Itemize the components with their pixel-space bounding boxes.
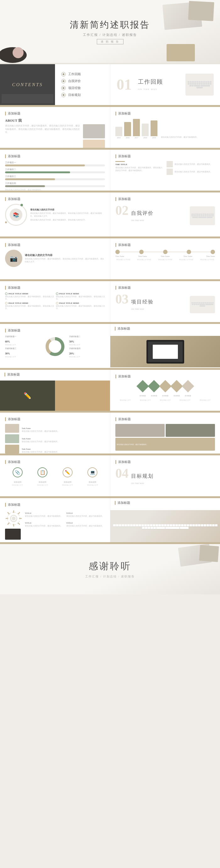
circle-text: 请在此输入您的文字内容 请在此输入您的文字内容，建议与标题相关。请在此输入您的文… (30, 208, 105, 221)
title-slide: 清新简约述职报告 工作汇报 / 计划总结 / 述职报告 述 职 报 告 (0, 0, 220, 63)
bar-4 (142, 124, 149, 136)
grid-item-3: PAGE TITLE HERE 请在此输入您的文字内容，建议与标题相关。请在此输… (5, 302, 54, 310)
progress-slide: 添加标题 工作项目一 工作项目二 工作项目三 (0, 150, 220, 191)
diamond-5 (182, 380, 194, 393)
gear-svg (5, 510, 22, 527)
prog-note: 请在此输入您的文字内容，建议与标题相关。 (5, 188, 105, 191)
grid-header-4: PAGE TITLE HERE (56, 302, 105, 304)
grid-header-3: PAGE TITLE HERE (5, 302, 54, 304)
dot-l (5, 221, 7, 223)
icon-row-2: 请在此输入您的文字内容，建议与标题相关。 (166, 168, 215, 175)
task-right: 添加标题 请在此输入您的文字内容，建议与标题相关。 (110, 413, 220, 454)
laptop-img (110, 336, 220, 367)
task-text-2: Task Name 请在此输入您的文字内容，建议与标题相关。 (22, 435, 59, 443)
task-img-2 (5, 434, 19, 443)
gear-content: TITLE 请在此输入您的文字内容，建议与标题相关。 TITLE 请在此输入您的… (5, 509, 105, 527)
keyboard-hint (2, 94, 54, 103)
progress-right-title: 添加标题 (115, 154, 215, 158)
thanks-title: 感谢聆听 (89, 560, 131, 573)
gear-right: 添加标题 (110, 498, 220, 542)
contents-label: CONTENTS (12, 82, 43, 87)
diamonds-row: 添加标题 添加标题 添加标题 添加标题 添加标题 (115, 382, 215, 398)
bar-col-4: 2018 (142, 124, 149, 139)
deco-tablet (188, 1, 214, 21)
about-slide: 添加标题 ABOUT 我 请在此输入您的文字内容，建议与标题相关。请在此输入您的… (0, 107, 220, 148)
icon-item-3: ✏️ 添加说明 请在此输入文字 (62, 467, 73, 486)
diamond-3-wrap: 添加标题 (161, 382, 170, 398)
bar-col-1: 2015 (115, 127, 122, 139)
section-01-name: 工作回顾 (138, 78, 163, 86)
section-02-info: 自我评价 ON THE WAY (131, 210, 154, 222)
donut-title-r-bar: 添加标题 (110, 324, 220, 336)
about-right: 添加标题 2015 2016 2017 2018 2019 (110, 107, 220, 148)
image-text-slide: 添加标题 📷 请在此输入您的文字内容 请在此输入您的文字内容，建议与标题相关。请… (0, 238, 220, 279)
two-img-left: 添加标题 ✏️ (0, 370, 110, 411)
col-text-1: 请在此输入您的文字内容，建议与标题相关。请在此输入您的文字内容，建议与标题相关。 (115, 166, 164, 172)
g-dot-3 (5, 302, 7, 304)
donut-left: 添加标题 关键词标题一 60% 请在此输入文字 关键词标题三 30% 请在此输入… (0, 324, 110, 368)
small-dark-photo (5, 529, 21, 540)
two-img-right: 添加标题 添加标题 添加标题 添加标题 添加标题 添加标题 (110, 370, 220, 411)
g-dot-4 (56, 302, 59, 304)
icon-box-1 (166, 161, 173, 167)
img-text-body: 请在此输入您的文字内容 请在此输入您的文字内容，建议与标题相关。请在此输入您的文… (25, 253, 105, 263)
about-images (83, 124, 105, 148)
progress-right: 添加标题 THE TITLE 请在此输入您的文字内容，建议与标题相关。请在此输入… (110, 150, 220, 191)
col-left: THE TITLE 请在此输入您的文字内容，建议与标题相关。请在此输入您的文字内… (115, 161, 164, 175)
col-right: 请在此输入您的文字内容，建议与标题相关。 请在此输入您的文字内容，建议与标题相关… (166, 161, 215, 175)
task-img-3 (5, 445, 19, 454)
prog-item-4: 工作项目四 (5, 182, 105, 187)
thanks-slide: 感谢聆听 工作汇报 / 计划总结 / 述职报告 (0, 544, 220, 594)
title-line (115, 161, 125, 162)
prog-fill-2 (5, 172, 70, 173)
svg-line-9 (7, 512, 9, 514)
bar-1 (115, 127, 122, 136)
icon-circle-2: 📋 (37, 467, 48, 477)
bar-5 (151, 120, 157, 136)
four-grid: PAGE TITLE HERE 请在此输入您的文字内容，建议与标题相关。请在此输… (5, 292, 105, 310)
gear-slide: 添加标题 (0, 498, 220, 542)
tl-line-1 (120, 252, 139, 252)
timeline-descs: 请在此输入文字内容 请在此输入文字内容 请在此输入文字内容 请在此输入文字内容 … (115, 258, 215, 260)
img-text-title-l: 添加标题 (5, 243, 105, 247)
round-img: 📷 (5, 250, 22, 267)
tl-dot-3 (163, 250, 167, 254)
col-title-1: THE TITLE (115, 163, 164, 166)
icon-box-2 (166, 168, 173, 175)
icon-title-r: 添加标题 (115, 460, 215, 464)
task-row-2: Task Name 请在此输入您的文字内容，建议与标题相关。 (5, 434, 105, 443)
tl-line-4 (191, 252, 211, 252)
task-row-3: Task Name 请在此输入您的文字内容，建议与标题相关。 (5, 445, 105, 454)
gear-left: 添加标题 (0, 498, 110, 542)
bar-col-2: 2016 (124, 122, 131, 139)
grid-header-2: PAGE TITLE HERE (56, 292, 105, 295)
keyboard-visual (185, 73, 214, 96)
tl-dot-4 (187, 250, 191, 254)
tan-img (55, 380, 110, 411)
svg-line-10 (18, 523, 20, 525)
prog-fill-1 (5, 164, 85, 166)
section-04-en: ON THE WAY (131, 482, 144, 485)
four-title-r: 添加标题 (115, 285, 215, 290)
section-01-en: ON THE WAY (138, 88, 157, 91)
bar-3 (133, 119, 140, 136)
four-block-slide: 添加标题 PAGE TITLE HERE 请在此输入您的文字内容，建议与标题相关… (0, 281, 220, 322)
donut-labels-left: 关键词标题一 60% 请在此输入文字 关键词标题三 30% 请在此输入文字 (5, 335, 41, 358)
deco-item (199, 545, 219, 562)
section-03-row: 03 项目经验 ON THE WAY (115, 292, 215, 313)
diamond-descs: 请在此输入文字 请在此输入文字 请在此输入文字 请在此输入文字 请在此输入文字 (115, 399, 215, 401)
prog-fill-4 (5, 185, 45, 187)
diamond-2 (148, 380, 160, 393)
prog-item-3: 工作项目三 (5, 175, 105, 180)
photo-grid: 请在此输入您的文字内容，建议与标题相关。 (115, 424, 215, 451)
timeline (115, 250, 215, 254)
prog-track-2 (5, 172, 105, 173)
chart-legend: 请在此输入您的文字内容，建议与标题相关。 (159, 136, 215, 139)
grid-item-4: PAGE TITLE HERE 请在此输入您的文字内容，建议与标题相关。请在此输… (56, 302, 105, 310)
tl-line-2 (144, 252, 163, 252)
icon-item-2: 📋 添加说明 请在此输入文字 (37, 467, 48, 486)
contents-right: 工作回顾 自我评价 项目经验 目标规划 (55, 64, 110, 105)
sub-title: 工作汇报 / 计划总结 / 述职报告 (83, 33, 137, 37)
icon-text-1: 请在此输入您的文字内容，建议与标题相关。 (175, 163, 212, 166)
tl-dot-5 (211, 250, 215, 254)
